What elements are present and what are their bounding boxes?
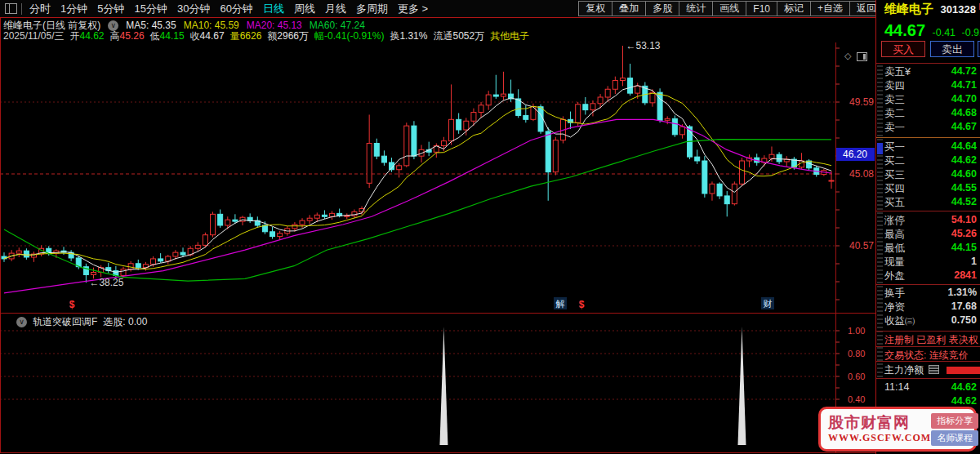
high-value: 高45.26 bbox=[110, 29, 145, 43]
close-value: 收44.67 bbox=[190, 29, 225, 43]
svg-text:财: 财 bbox=[764, 299, 773, 309]
tab-15min[interactable]: 15分钟 bbox=[129, 2, 172, 16]
tab-daily-active[interactable]: 日线 bbox=[258, 2, 289, 16]
markers-layer: $解$财 bbox=[69, 297, 774, 310]
amount-value: 额2966万 bbox=[267, 29, 309, 43]
date-label: 2025/11/05/三 bbox=[3, 29, 65, 43]
button-overlay[interactable]: 叠加 bbox=[612, 1, 646, 16]
svg-text:解: 解 bbox=[556, 299, 565, 309]
svg-text:1.00: 1.00 bbox=[848, 326, 865, 336]
ask-row[interactable]: 卖二44.68 bbox=[884, 107, 980, 120]
frame-layer bbox=[0, 18, 875, 453]
app-window: 49.5945.0840.5746.201.000.800.600.40←53.… bbox=[0, 0, 980, 454]
turnover-value: 换1.31% bbox=[390, 29, 427, 43]
price-row: 44.67 -0.41 -0.91% bbox=[884, 21, 980, 39]
tab-weekly[interactable]: 周线 bbox=[289, 2, 320, 16]
stat-row: 涨停54.10跌 bbox=[884, 214, 980, 227]
stock-code: 301328 bbox=[940, 3, 975, 16]
diamond-icon[interactable]: ◇ bbox=[844, 51, 851, 60]
watermark-title: 股市财富网 bbox=[828, 414, 931, 432]
tab-30min[interactable]: 30分钟 bbox=[172, 2, 215, 16]
badge-indicator-share: 指标分享 bbox=[931, 413, 978, 429]
stock-header: 维峰电子 301328 R bbox=[884, 2, 980, 15]
svg-text:45.08: 45.08 bbox=[849, 168, 874, 180]
price-axis: 49.5945.0840.5746.201.000.800.600.40 bbox=[836, 96, 875, 404]
trading-status: 交易状态: 连续竞价 bbox=[884, 349, 980, 362]
svg-text:←38.25: ←38.25 bbox=[89, 277, 123, 288]
tab-multi-period[interactable]: 多周期 bbox=[351, 2, 393, 16]
bid-row[interactable]: 买二44.62 bbox=[884, 154, 980, 167]
stock-name: 维峰电子 bbox=[884, 2, 933, 16]
ask-row[interactable]: 卖一44.67 bbox=[884, 121, 980, 134]
signal-spike bbox=[439, 327, 448, 445]
tick-row: 11:1444.62 bbox=[884, 381, 980, 394]
stat-row: 换手1.31%股 bbox=[884, 287, 980, 300]
main-flow-bar bbox=[947, 367, 980, 374]
indicator-name: 轨道突破回调F bbox=[33, 315, 97, 329]
price-change-pct: -0.91% bbox=[962, 27, 980, 38]
tab-timeshare[interactable]: 分时 bbox=[24, 2, 56, 16]
sell-button[interactable]: 卖出 bbox=[930, 41, 974, 57]
button-fuquan[interactable]: 复权 bbox=[578, 1, 612, 16]
industry-label: 其他电子 bbox=[490, 29, 529, 43]
button-multi-stock[interactable]: 多股 bbox=[645, 1, 679, 16]
low-value: 低44.15 bbox=[150, 29, 185, 43]
panel-divider-strip[interactable] bbox=[877, 65, 883, 380]
ask-row[interactable]: 卖四44.71 bbox=[884, 79, 980, 92]
tab-5min[interactable]: 5分钟 bbox=[92, 2, 129, 16]
svg-text:0.60: 0.60 bbox=[848, 372, 865, 381]
cursor-price-box: 46.20 bbox=[843, 149, 867, 160]
button-stats[interactable]: 统计 bbox=[679, 1, 713, 16]
watermark-overlay: 股市财富网 WWW.GSCFW.COM 指标分享 名师课程 bbox=[818, 407, 977, 452]
svg-text:$: $ bbox=[579, 299, 585, 310]
tab-monthly[interactable]: 月线 bbox=[320, 2, 351, 16]
stat-row: 现量1总 bbox=[884, 256, 980, 269]
svg-text:←53.13: ←53.13 bbox=[626, 40, 660, 51]
watermark-badges: 指标分享 名师课程 bbox=[931, 412, 978, 447]
button-draw-line[interactable]: 画线 bbox=[712, 1, 746, 16]
list-icon bbox=[929, 365, 939, 374]
grid-layer bbox=[0, 102, 835, 399]
button-mark[interactable]: 标记 bbox=[777, 1, 811, 16]
svg-text:40.57: 40.57 bbox=[849, 240, 874, 251]
stat-row: 净资17.68流 bbox=[884, 300, 980, 314]
ask-row[interactable]: 卖三44.70 bbox=[884, 93, 980, 106]
divider-marker bbox=[877, 143, 883, 154]
stat-row: 外盘2841内 bbox=[884, 269, 980, 283]
bid-row[interactable]: 买三44.60 bbox=[884, 168, 980, 181]
menu-separator bbox=[21, 3, 22, 15]
tab-60min[interactable]: 60分钟 bbox=[215, 2, 257, 16]
svg-text:0.40: 0.40 bbox=[848, 394, 865, 404]
ohlc-info-row: 2025/11/05/三 开44.62 高45.26 低44.15 收44.67… bbox=[3, 31, 869, 42]
open-value: 开44.62 bbox=[70, 29, 105, 43]
signal-spike bbox=[737, 327, 746, 445]
bid-row[interactable]: 买五44.52 bbox=[884, 196, 980, 209]
bid-row[interactable]: 买一44.64 bbox=[884, 140, 980, 154]
svg-text:49.59: 49.59 bbox=[849, 96, 874, 108]
main-flow-row[interactable]: 主力净额 bbox=[884, 363, 980, 376]
tab-more[interactable]: 更多 > bbox=[393, 2, 433, 16]
button-add-watchlist[interactable]: +自选 bbox=[810, 1, 850, 16]
button-f10[interactable]: F10 bbox=[746, 1, 777, 16]
signal-layer bbox=[439, 327, 746, 445]
float-shares-value: 流通5052万 bbox=[433, 29, 484, 43]
panel-icon[interactable] bbox=[857, 52, 867, 61]
watermark-text-block: 股市财富网 WWW.GSCFW.COM bbox=[828, 414, 931, 444]
last-price: 44.67 bbox=[884, 21, 925, 39]
indicator-label-row: ∨ 轨道突破回调F 选股: 0.00 bbox=[16, 315, 147, 329]
window-split-icon[interactable] bbox=[5, 3, 17, 14]
price-change: -0.41 bbox=[933, 27, 956, 38]
candlestick-chart[interactable]: 49.5945.0840.5746.201.000.800.600.40←53.… bbox=[0, 0, 875, 454]
svg-text:0.80: 0.80 bbox=[848, 349, 865, 358]
chevron-down-circle-icon[interactable]: ∨ bbox=[16, 317, 27, 327]
quote-panel: 维峰电子 301328 R 44.67 -0.41 -0.91% 买入 卖出 卖… bbox=[875, 0, 980, 454]
menu-button-group: 复权 叠加 多股 统计 画线 F10 标记 +自选 返回 bbox=[579, 1, 884, 16]
bid-row[interactable]: 买四44.55 bbox=[884, 182, 980, 195]
svg-text:$: $ bbox=[69, 299, 75, 310]
registration-status: 注册制 已盈利 表决权 bbox=[884, 333, 980, 346]
stat-row: 最低44.15市 bbox=[884, 242, 980, 255]
buy-button[interactable]: 买入 bbox=[881, 41, 925, 57]
ask-row[interactable]: 卖五¥44.72 bbox=[884, 65, 980, 78]
tab-1min[interactable]: 1分钟 bbox=[56, 2, 92, 16]
volume-value: 量6626 bbox=[230, 29, 262, 43]
